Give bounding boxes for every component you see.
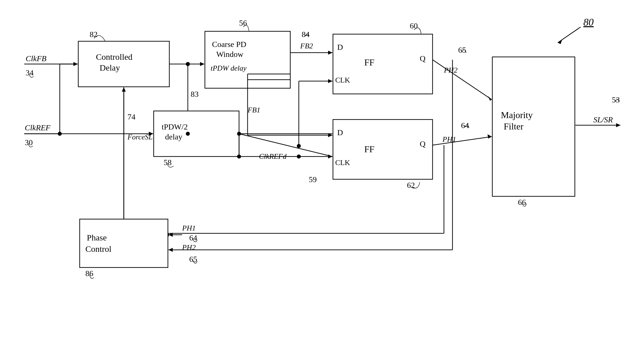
ref-60: 60 bbox=[410, 21, 418, 30]
clkfb-label: ClkFB bbox=[26, 54, 46, 63]
ff2-d-label: D bbox=[337, 128, 343, 137]
phase-control-label1: Phase bbox=[87, 233, 107, 242]
ref-65b: 65 bbox=[189, 255, 197, 264]
ff1-clk-label: CLK bbox=[335, 76, 350, 84]
fb1-label: FB1 bbox=[247, 106, 260, 114]
ref-59: 59 bbox=[309, 175, 317, 184]
ph1-output-label: PH1 bbox=[442, 135, 456, 143]
ff1-q-label: Q bbox=[420, 54, 425, 63]
coarse-pd-label2: Window bbox=[216, 50, 244, 59]
ff2-block bbox=[333, 120, 433, 179]
ref-80: 80 bbox=[583, 17, 594, 28]
ff1-label: FF bbox=[364, 57, 375, 67]
ff2-clk-label: CLK bbox=[335, 158, 350, 167]
ref-53: 53 bbox=[612, 95, 620, 104]
phase-control-block bbox=[80, 219, 168, 267]
ph2-output-label: PH2 bbox=[444, 66, 458, 74]
ff2-q-label: Q bbox=[420, 139, 425, 148]
ph2-feedback-label: PH2 bbox=[182, 243, 196, 252]
majority-filter-label2: Filter bbox=[504, 121, 524, 131]
ff2-label: FF bbox=[364, 144, 375, 154]
coarse-pd-label1: Coarse PD bbox=[212, 40, 246, 49]
controlled-delay-block bbox=[78, 41, 169, 87]
ref-74: 74 bbox=[127, 112, 135, 121]
ref-58: 58 bbox=[164, 158, 172, 167]
slsr-label: SL/SR bbox=[593, 115, 613, 124]
phase-control-label2: Control bbox=[85, 244, 112, 254]
clkref-label: ClkREF bbox=[25, 123, 51, 132]
ref-64b: 64 bbox=[189, 233, 197, 242]
ref-86: 86 bbox=[85, 269, 93, 278]
ff1-d-label: D bbox=[337, 43, 343, 52]
controlled-delay-label: Controlled bbox=[96, 52, 132, 61]
coarse-pd-label3: tPDW delay bbox=[211, 64, 247, 72]
svg-point-48 bbox=[186, 132, 190, 136]
ref-66: 66 bbox=[518, 198, 526, 207]
svg-point-51 bbox=[186, 62, 190, 66]
ref-82: 82 bbox=[90, 30, 98, 39]
tpdw2-label2: delay bbox=[165, 132, 182, 141]
ref-56: 56 bbox=[239, 18, 247, 27]
majority-filter-label1: Majority bbox=[501, 110, 533, 120]
fb2-label: FB2 bbox=[300, 42, 313, 50]
tpdw2-label1: tPDW/2 bbox=[162, 122, 188, 131]
ref-83: 83 bbox=[191, 90, 199, 98]
ff1-block bbox=[333, 34, 433, 94]
controlled-delay-label2: Delay bbox=[100, 63, 120, 72]
ph1-feedback-label: PH1 bbox=[182, 224, 196, 232]
ref-84: 84 bbox=[302, 30, 310, 39]
circuit-diagram: 80 Controlled Delay 82 Coarse PD Window … bbox=[0, 0, 644, 352]
